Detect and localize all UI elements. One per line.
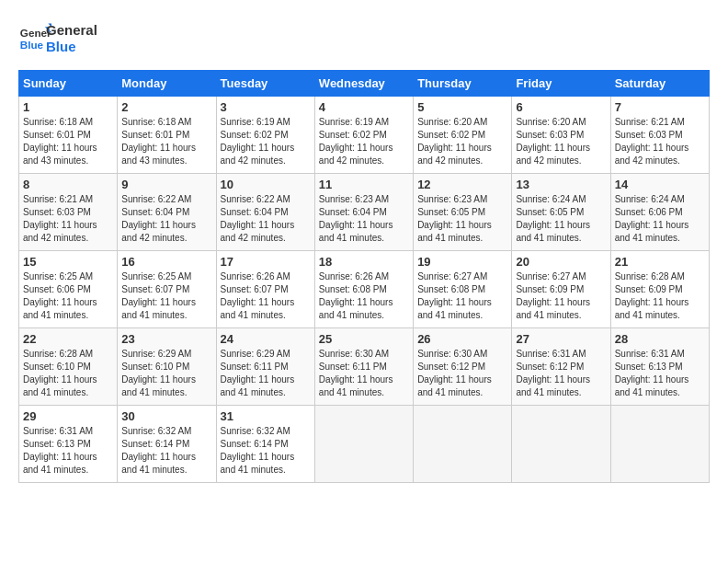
day-info: Sunrise: 6:27 AM Sunset: 6:09 PM Dayligh…	[516, 270, 606, 322]
day-number: 20	[516, 255, 606, 269]
day-info: Sunrise: 6:24 AM Sunset: 6:06 PM Dayligh…	[615, 193, 705, 245]
day-info: Sunrise: 6:18 AM Sunset: 6:01 PM Dayligh…	[23, 116, 113, 167]
day-info: Sunrise: 6:21 AM Sunset: 6:03 PM Dayligh…	[23, 193, 113, 245]
calendar-cell	[610, 406, 709, 483]
day-number: 19	[417, 255, 507, 269]
day-info: Sunrise: 6:31 AM Sunset: 6:13 PM Dayligh…	[23, 425, 113, 477]
day-info: Sunrise: 6:28 AM Sunset: 6:09 PM Dayligh…	[615, 270, 705, 322]
day-info: Sunrise: 6:21 AM Sunset: 6:03 PM Dayligh…	[615, 116, 705, 167]
day-number: 10	[221, 178, 311, 191]
day-number: 26	[417, 332, 507, 346]
day-number: 2	[121, 100, 211, 114]
calendar-cell: 13 Sunrise: 6:24 AM Sunset: 6:05 PM Dayl…	[512, 174, 610, 251]
day-number: 1	[23, 100, 113, 114]
day-info: Sunrise: 6:32 AM Sunset: 6:14 PM Dayligh…	[121, 425, 211, 477]
day-number: 30	[121, 409, 211, 423]
day-info: Sunrise: 6:29 AM Sunset: 6:10 PM Dayligh…	[121, 348, 211, 399]
calendar-cell: 6 Sunrise: 6:20 AM Sunset: 6:03 PM Dayli…	[512, 97, 610, 174]
calendar-cell: 19 Sunrise: 6:27 AM Sunset: 6:08 PM Dayl…	[414, 251, 512, 328]
calendar-cell: 2 Sunrise: 6:18 AM Sunset: 6:01 PM Dayli…	[118, 97, 216, 174]
calendar-cell: 12 Sunrise: 6:23 AM Sunset: 6:05 PM Dayl…	[414, 174, 512, 251]
day-number: 24	[221, 332, 311, 346]
calendar-cell: 29 Sunrise: 6:31 AM Sunset: 6:13 PM Dayl…	[19, 406, 118, 483]
day-info: Sunrise: 6:19 AM Sunset: 6:02 PM Dayligh…	[221, 116, 311, 167]
calendar-cell: 11 Sunrise: 6:23 AM Sunset: 6:04 PM Dayl…	[314, 174, 413, 251]
calendar-cell: 4 Sunrise: 6:19 AM Sunset: 6:02 PM Dayli…	[314, 97, 413, 174]
page-header: General Blue General Blue	[18, 18, 710, 55]
day-info: Sunrise: 6:26 AM Sunset: 6:07 PM Dayligh…	[221, 270, 311, 322]
day-number: 14	[615, 178, 705, 191]
svg-text:Blue: Blue	[20, 39, 44, 51]
day-info: Sunrise: 6:20 AM Sunset: 6:02 PM Dayligh…	[417, 116, 507, 167]
header-wednesday: Wednesday	[314, 71, 413, 97]
calendar-cell: 20 Sunrise: 6:27 AM Sunset: 6:09 PM Dayl…	[512, 251, 610, 328]
day-number: 31	[221, 409, 311, 423]
calendar-cell: 28 Sunrise: 6:31 AM Sunset: 6:13 PM Dayl…	[610, 328, 709, 406]
calendar-cell: 3 Sunrise: 6:19 AM Sunset: 6:02 PM Dayli…	[216, 97, 314, 174]
day-number: 11	[319, 178, 409, 191]
logo-blue: Blue	[46, 39, 97, 55]
calendar-cell: 15 Sunrise: 6:25 AM Sunset: 6:06 PM Dayl…	[19, 251, 118, 328]
day-info: Sunrise: 6:18 AM Sunset: 6:01 PM Dayligh…	[121, 116, 211, 167]
calendar-cell: 9 Sunrise: 6:22 AM Sunset: 6:04 PM Dayli…	[118, 174, 216, 251]
day-info: Sunrise: 6:28 AM Sunset: 6:10 PM Dayligh…	[23, 348, 113, 399]
day-number: 16	[121, 255, 211, 269]
day-number: 13	[516, 178, 606, 191]
calendar-cell: 5 Sunrise: 6:20 AM Sunset: 6:02 PM Dayli…	[414, 97, 512, 174]
calendar-cell: 30 Sunrise: 6:32 AM Sunset: 6:14 PM Dayl…	[118, 406, 216, 483]
day-number: 3	[221, 100, 311, 114]
day-info: Sunrise: 6:26 AM Sunset: 6:08 PM Dayligh…	[319, 270, 409, 322]
calendar-cell: 16 Sunrise: 6:25 AM Sunset: 6:07 PM Dayl…	[118, 251, 216, 328]
day-number: 25	[319, 332, 409, 346]
calendar-cell: 17 Sunrise: 6:26 AM Sunset: 6:07 PM Dayl…	[216, 251, 314, 328]
header-thursday: Thursday	[414, 71, 512, 97]
day-info: Sunrise: 6:20 AM Sunset: 6:03 PM Dayligh…	[516, 116, 606, 167]
calendar-cell: 22 Sunrise: 6:28 AM Sunset: 6:10 PM Dayl…	[19, 328, 118, 406]
day-number: 4	[319, 100, 409, 114]
calendar-cell: 1 Sunrise: 6:18 AM Sunset: 6:01 PM Dayli…	[19, 97, 118, 174]
day-info: Sunrise: 6:31 AM Sunset: 6:12 PM Dayligh…	[516, 348, 606, 399]
day-info: Sunrise: 6:32 AM Sunset: 6:14 PM Dayligh…	[221, 425, 311, 477]
calendar-cell: 27 Sunrise: 6:31 AM Sunset: 6:12 PM Dayl…	[512, 328, 610, 406]
calendar-cell: 8 Sunrise: 6:21 AM Sunset: 6:03 PM Dayli…	[19, 174, 118, 251]
day-number: 22	[23, 332, 113, 346]
day-info: Sunrise: 6:30 AM Sunset: 6:12 PM Dayligh…	[417, 348, 507, 399]
day-info: Sunrise: 6:23 AM Sunset: 6:04 PM Dayligh…	[319, 193, 409, 245]
calendar-cell: 14 Sunrise: 6:24 AM Sunset: 6:06 PM Dayl…	[610, 174, 709, 251]
calendar-cell: 21 Sunrise: 6:28 AM Sunset: 6:09 PM Dayl…	[610, 251, 709, 328]
calendar-cell	[314, 406, 413, 483]
day-number: 12	[417, 178, 507, 191]
day-number: 8	[23, 178, 113, 191]
calendar-cell: 10 Sunrise: 6:22 AM Sunset: 6:04 PM Dayl…	[216, 174, 314, 251]
calendar-cell	[512, 406, 610, 483]
day-number: 27	[516, 332, 606, 346]
header-sunday: Sunday	[19, 71, 118, 97]
day-number: 5	[417, 100, 507, 114]
day-number: 29	[23, 409, 113, 423]
calendar-cell: 24 Sunrise: 6:29 AM Sunset: 6:11 PM Dayl…	[216, 328, 314, 406]
calendar-table: SundayMondayTuesdayWednesdayThursdayFrid…	[18, 70, 710, 483]
day-info: Sunrise: 6:29 AM Sunset: 6:11 PM Dayligh…	[221, 348, 311, 399]
logo-general: General	[46, 22, 97, 39]
header-tuesday: Tuesday	[216, 71, 314, 97]
day-number: 15	[23, 255, 113, 269]
day-info: Sunrise: 6:22 AM Sunset: 6:04 PM Dayligh…	[221, 193, 311, 245]
calendar-cell: 25 Sunrise: 6:30 AM Sunset: 6:11 PM Dayl…	[314, 328, 413, 406]
calendar-cell: 7 Sunrise: 6:21 AM Sunset: 6:03 PM Dayli…	[610, 97, 709, 174]
header-friday: Friday	[512, 71, 610, 97]
day-number: 18	[319, 255, 409, 269]
day-number: 23	[121, 332, 211, 346]
calendar-cell: 18 Sunrise: 6:26 AM Sunset: 6:08 PM Dayl…	[314, 251, 413, 328]
day-info: Sunrise: 6:25 AM Sunset: 6:06 PM Dayligh…	[23, 270, 113, 322]
day-info: Sunrise: 6:25 AM Sunset: 6:07 PM Dayligh…	[121, 270, 211, 322]
day-number: 9	[121, 178, 211, 191]
day-info: Sunrise: 6:30 AM Sunset: 6:11 PM Dayligh…	[319, 348, 409, 399]
day-number: 6	[516, 100, 606, 114]
day-info: Sunrise: 6:24 AM Sunset: 6:05 PM Dayligh…	[516, 193, 606, 245]
calendar-header: SundayMondayTuesdayWednesdayThursdayFrid…	[19, 71, 710, 97]
logo: General Blue General Blue	[18, 18, 97, 55]
day-info: Sunrise: 6:31 AM Sunset: 6:13 PM Dayligh…	[615, 348, 705, 399]
calendar-cell: 31 Sunrise: 6:32 AM Sunset: 6:14 PM Dayl…	[216, 406, 314, 483]
day-number: 28	[615, 332, 705, 346]
day-number: 17	[221, 255, 311, 269]
